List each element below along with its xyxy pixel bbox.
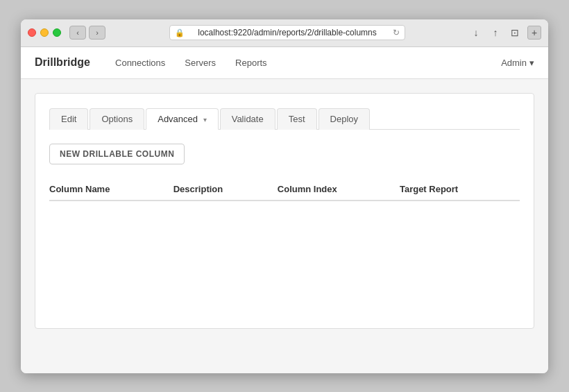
address-bar[interactable]: localhost:9220/admin/reports/2/drillable…	[169, 25, 405, 40]
tab-bar: Edit Options Advanced ▾ Validate Test De…	[49, 108, 520, 130]
drillable-columns-table: Column Name Description Column Index Tar…	[49, 178, 520, 201]
tab-validate[interactable]: Validate	[220, 108, 275, 130]
target-report-header: Target Report	[400, 178, 520, 201]
content-card: Edit Options Advanced ▾ Validate Test De…	[35, 93, 534, 329]
tab-deploy[interactable]: Deploy	[319, 108, 370, 130]
column-name-header: Column Name	[49, 178, 173, 201]
reload-icon[interactable]: ↻	[393, 28, 400, 37]
app-content: Drillbridge Connections Servers Reports …	[21, 47, 548, 373]
close-button[interactable]	[28, 28, 36, 37]
admin-dropdown[interactable]: Admin ▾	[501, 58, 534, 68]
toolbar-icons: ↓ ↑ ⊡	[469, 26, 522, 40]
window-icon[interactable]: ⊡	[508, 26, 522, 40]
admin-label: Admin	[501, 58, 527, 68]
nav-reports[interactable]: Reports	[227, 53, 275, 72]
minimize-button[interactable]	[40, 28, 49, 37]
nav-connections[interactable]: Connections	[107, 53, 173, 72]
browser-window: ‹ › 🔒 localhost:9220/admin/reports/2/dri…	[21, 19, 548, 373]
tab-advanced[interactable]: Advanced ▾	[146, 108, 218, 130]
download-icon[interactable]: ↓	[469, 26, 483, 40]
nav-links: Connections Servers Reports	[107, 53, 501, 72]
traffic-lights	[28, 28, 61, 37]
tab-advanced-label: Advanced	[158, 114, 198, 124]
add-tab-button[interactable]: +	[527, 26, 541, 40]
address-bar-container: 🔒 localhost:9220/admin/reports/2/drillab…	[111, 25, 464, 40]
admin-chevron-icon: ▾	[529, 58, 534, 68]
tab-edit[interactable]: Edit	[49, 108, 88, 130]
main-area: Edit Options Advanced ▾ Validate Test De…	[21, 79, 548, 373]
maximize-button[interactable]	[53, 28, 61, 37]
share-icon[interactable]: ↑	[489, 26, 502, 40]
lock-icon: 🔒	[175, 28, 185, 37]
back-button[interactable]: ‹	[69, 26, 86, 40]
new-drillable-column-button[interactable]: NEW DRILLABLE COLUMN	[49, 144, 185, 164]
tab-options[interactable]: Options	[90, 108, 144, 130]
column-index-header: Column Index	[278, 178, 400, 201]
advanced-dropdown-icon: ▾	[203, 116, 207, 123]
nav-buttons: ‹ ›	[69, 26, 105, 40]
title-bar: ‹ › 🔒 localhost:9220/admin/reports/2/dri…	[21, 19, 548, 47]
app-navbar: Drillbridge Connections Servers Reports …	[21, 47, 548, 79]
app-brand: Drillbridge	[35, 56, 90, 69]
tab-test[interactable]: Test	[277, 108, 317, 130]
forward-button[interactable]: ›	[89, 26, 105, 40]
description-header: Description	[173, 178, 278, 201]
nav-servers[interactable]: Servers	[176, 53, 224, 72]
